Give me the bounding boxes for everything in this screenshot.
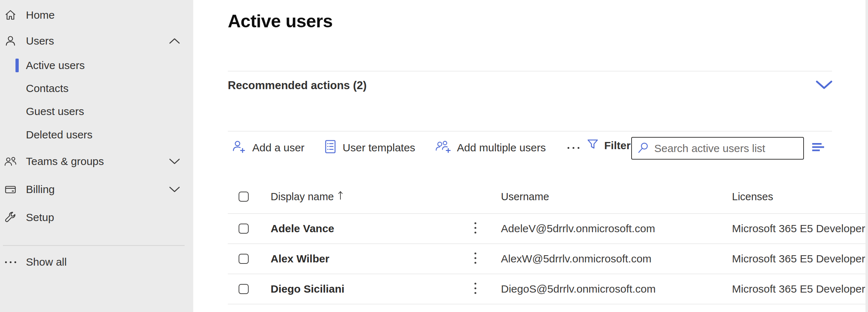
add-multiple-users-icon [435, 139, 451, 157]
sidebar-item-label: Guest users [26, 105, 84, 118]
user-display-name[interactable]: Adele Vance [271, 222, 334, 234]
search-box [631, 137, 804, 160]
user-templates-button[interactable]: User templates [324, 139, 415, 157]
table-row: Alex Wilber AlexW@5drrlv.onmicrosoft.com… [228, 244, 866, 274]
filter-button[interactable]: Filter [586, 138, 630, 153]
kebab-menu-icon [474, 290, 477, 296]
sidebar: Home Users Active users Contacts Guest u… [0, 0, 193, 312]
home-icon [4, 9, 17, 22]
user-licenses: Microsoft 365 E5 Developer (withou [732, 283, 868, 295]
sidebar-item-label: Teams & groups [26, 155, 104, 168]
sidebar-item-home[interactable]: Home [0, 2, 193, 28]
user-licenses: Microsoft 365 E5 Developer (withou [732, 253, 868, 265]
user-display-name[interactable]: Alex Wilber [271, 253, 329, 265]
kebab-menu-icon [474, 229, 477, 235]
add-user-button[interactable]: Add a user [231, 139, 304, 157]
filter-icon [586, 138, 599, 153]
sidebar-item-label: Deleted users [26, 129, 92, 141]
sidebar-item-label: Billing [26, 183, 55, 196]
row-more-actions-button[interactable] [470, 220, 480, 237]
sidebar-item-label: Setup [26, 211, 54, 224]
divider [228, 71, 832, 72]
user-licenses: Microsoft 365 E5 Developer (withou [732, 222, 868, 235]
main-content: Active users Recommended actions (2) Add… [193, 0, 868, 312]
add-multiple-users-label: Add multiple users [457, 142, 546, 154]
ellipsis-icon [568, 147, 569, 149]
chevron-down-icon [169, 158, 180, 165]
wrench-icon [4, 211, 17, 224]
sidebar-item-show-all[interactable]: Show all [0, 246, 193, 278]
billing-card-icon [4, 183, 17, 196]
users-table: Display name Username Licenses Adele Van… [228, 180, 866, 304]
sort-lines-icon [812, 148, 824, 154]
recommended-actions-header[interactable]: Recommended actions (2) [228, 79, 367, 92]
column-header-username[interactable]: Username [501, 191, 549, 202]
recommended-actions-expand-button[interactable] [815, 80, 833, 91]
filter-label: Filter [604, 139, 630, 152]
add-user-label: Add a user [252, 142, 304, 154]
sidebar-item-deleted-users[interactable]: Deleted users [0, 123, 193, 147]
add-user-icon [231, 139, 247, 157]
sidebar-item-billing[interactable]: Billing [0, 176, 193, 203]
user-username: DiegoS@5drrlv.onmicrosoft.com [501, 283, 656, 295]
sort-lines-button[interactable] [812, 142, 824, 155]
row-checkbox[interactable] [239, 224, 249, 234]
sidebar-item-label: Home [26, 9, 55, 21]
search-input[interactable] [654, 142, 798, 155]
sidebar-nav: Home Users Active users Contacts Guest u… [0, 0, 193, 278]
table-header-row: Display name Username Licenses [228, 180, 866, 214]
sidebar-item-setup[interactable]: Setup [0, 203, 193, 232]
table-row: Adele Vance AdeleV@5drrlv.onmicrosoft.co… [228, 214, 866, 244]
column-header-licenses[interactable]: Licenses [732, 191, 773, 202]
toolbar-overflow-button[interactable] [565, 147, 582, 149]
select-all-checkbox[interactable] [239, 192, 249, 202]
chevron-down-icon [815, 85, 833, 91]
user-username: AdeleV@5drrlv.onmicrosoft.com [501, 222, 655, 235]
search-icon [637, 142, 649, 155]
sidebar-item-users[interactable]: Users [0, 28, 193, 54]
users-icon [4, 35, 17, 47]
vertical-scrollbar[interactable] [865, 0, 868, 312]
row-more-actions-button[interactable] [470, 280, 480, 298]
chevron-down-icon [169, 186, 180, 193]
table-row: Diego Siciliani DiegoS@5drrlv.onmicrosof… [228, 274, 866, 304]
user-username: AlexW@5drrlv.onmicrosoft.com [501, 253, 651, 265]
sidebar-item-label: Active users [26, 59, 85, 72]
row-checkbox[interactable] [239, 284, 249, 294]
page-title: Active users [228, 11, 333, 32]
user-templates-icon [324, 139, 337, 157]
toolbar: Add a user User templates [231, 135, 582, 160]
user-display-name[interactable]: Diego Siciliani [271, 283, 344, 295]
chevron-up-icon [169, 38, 180, 44]
divider [228, 131, 832, 132]
sidebar-item-label: Users [26, 35, 54, 47]
sidebar-item-guest-users[interactable]: Guest users [0, 100, 193, 123]
column-header-display-name[interactable]: Display name [271, 190, 343, 203]
sidebar-item-label: Contacts [26, 82, 68, 95]
sidebar-item-teams-groups[interactable]: Teams & groups [0, 147, 193, 176]
sidebar-item-active-users[interactable]: Active users [0, 54, 193, 77]
row-checkbox[interactable] [239, 254, 249, 264]
sort-ascending-arrow-icon [338, 190, 343, 203]
teams-groups-icon [4, 155, 17, 168]
sidebar-item-contacts[interactable]: Contacts [0, 77, 193, 100]
add-multiple-users-button[interactable]: Add multiple users [435, 139, 546, 157]
row-more-actions-button[interactable] [470, 250, 480, 267]
ellipsis-icon [4, 261, 17, 263]
kebab-menu-icon [474, 260, 477, 266]
sidebar-item-label: Show all [26, 256, 67, 268]
user-templates-label: User templates [343, 142, 415, 154]
